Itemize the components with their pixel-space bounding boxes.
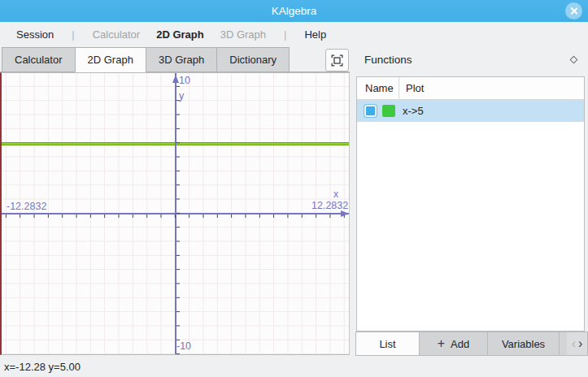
cursor-coordinates: x=-12.28 y=5.00 bbox=[4, 361, 81, 373]
close-button[interactable] bbox=[565, 2, 582, 20]
y-max-label: 10 bbox=[179, 75, 190, 86]
menu-separator: | bbox=[274, 28, 296, 41]
tab-add-label: Add bbox=[451, 338, 469, 350]
close-icon bbox=[569, 6, 578, 15]
x-axis-arrow-icon bbox=[341, 210, 349, 217]
functions-table: Name Plot x->5 bbox=[356, 76, 585, 332]
tab-2d-graph[interactable]: 2D Graph bbox=[75, 47, 146, 72]
functions-bottom-tabbar: List + Add Variables ‹ › bbox=[355, 332, 588, 356]
chevron-right-icon[interactable]: › bbox=[578, 336, 582, 351]
dock-float-icon[interactable] bbox=[570, 56, 578, 64]
tab-scroller: ‹ › bbox=[567, 332, 588, 356]
tab-dictionary[interactable]: Dictionary bbox=[216, 47, 290, 72]
functions-panel: Functions Name Plot x->5 List + Add Vari… bbox=[353, 47, 588, 356]
function-expression: x->5 bbox=[403, 105, 424, 117]
menu-separator: | bbox=[62, 28, 84, 41]
main-tabbar: Calculator 2D Graph 3D Graph Dictionary bbox=[0, 47, 350, 72]
column-header-plot[interactable]: Plot bbox=[399, 82, 424, 94]
function-visible-checkbox[interactable] bbox=[364, 105, 377, 117]
chevron-left-icon[interactable]: ‹ bbox=[572, 336, 576, 351]
titlebar[interactable]: KAlgebra bbox=[0, 0, 588, 22]
window-title: KAlgebra bbox=[272, 5, 317, 17]
menu-help[interactable]: Help bbox=[296, 25, 334, 44]
tab-clipped[interactable] bbox=[559, 332, 567, 356]
graph-canvas[interactable]: 10 y x 12.2832 -12.2832 -10 bbox=[0, 72, 350, 355]
menu-session[interactable]: Session bbox=[8, 25, 62, 44]
statusbar: x=-12.28 y=5.00 bbox=[0, 356, 588, 377]
functions-panel-title: Functions bbox=[364, 54, 412, 66]
function-row[interactable]: x->5 bbox=[357, 100, 584, 122]
tab-add[interactable]: + Add bbox=[419, 332, 487, 356]
menubar: Session | Calculator 2D Graph 3D Graph |… bbox=[0, 22, 588, 47]
x-max-label: 12.2832 bbox=[311, 200, 348, 211]
x-min-label: -12.2832 bbox=[7, 201, 46, 212]
functions-table-header: Name Plot bbox=[357, 77, 584, 100]
plus-icon: + bbox=[438, 336, 445, 351]
x-axis-ticks bbox=[2, 214, 349, 218]
y-axis-label: y bbox=[179, 90, 184, 102]
fullscreen-button[interactable] bbox=[325, 49, 349, 72]
menu-3d-graph[interactable]: 3D Graph bbox=[212, 25, 274, 44]
column-header-name[interactable]: Name bbox=[357, 77, 399, 99]
fit-to-view-icon bbox=[331, 54, 343, 67]
tab-calculator[interactable]: Calculator bbox=[2, 47, 75, 72]
tab-variables[interactable]: Variables bbox=[487, 332, 559, 356]
tab-3d-graph[interactable]: 3D Graph bbox=[146, 47, 216, 72]
function-color-swatch bbox=[382, 105, 395, 117]
menu-calculator[interactable]: Calculator bbox=[85, 25, 149, 44]
y-axis-arrow-icon bbox=[172, 75, 179, 83]
y-axis-ticks bbox=[176, 73, 180, 354]
tab-list[interactable]: List bbox=[355, 332, 419, 356]
graph-plot-area: 10 y x 12.2832 -12.2832 -10 bbox=[2, 73, 349, 354]
y-min-label: -10 bbox=[176, 340, 191, 352]
menu-2d-graph[interactable]: 2D Graph bbox=[148, 25, 212, 44]
x-axis-label: x bbox=[333, 188, 338, 200]
